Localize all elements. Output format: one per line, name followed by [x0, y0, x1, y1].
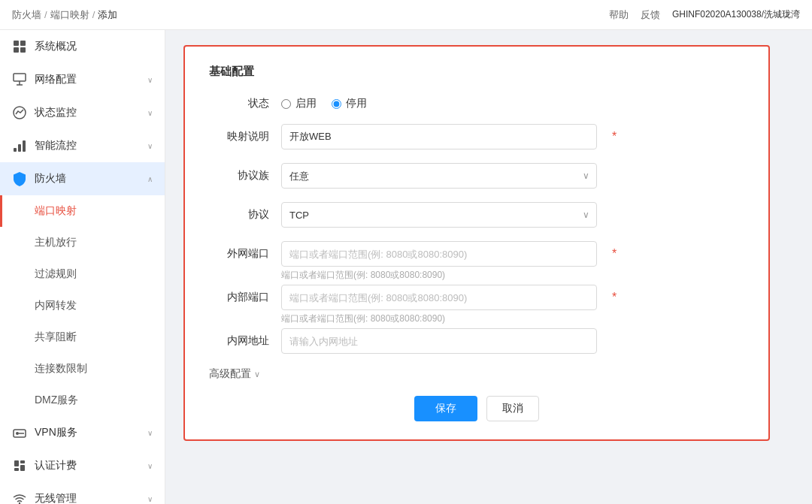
protocol-control: TCP UDP TCP/UDP	[281, 202, 597, 228]
sidebar-item-share-block-label: 共享阻断	[35, 330, 77, 344]
svg-rect-2	[14, 47, 19, 53]
breadcrumb-firewall[interactable]: 防火墙	[12, 8, 41, 22]
button-row: 保存 取消	[209, 396, 744, 421]
external-port-input[interactable]	[281, 241, 597, 267]
sidebar-item-auth[interactable]: 认证计费 ∨	[0, 449, 165, 482]
sidebar: 系统概况 网络配置 ∨ 状态监控 ∨ 智能流控 ∨	[0, 30, 165, 504]
sidebar-item-system[interactable]: 系统概况	[0, 30, 165, 63]
status-disable-option[interactable]: 停用	[332, 97, 367, 110]
chevron-down-icon: ∨	[147, 495, 153, 503]
save-button[interactable]: 保存	[414, 396, 477, 421]
sidebar-item-nat-label: 内网转发	[35, 299, 77, 312]
svg-rect-8	[14, 148, 17, 152]
sidebar-item-vpn[interactable]: VPN服务 ∨	[0, 416, 165, 449]
form-card: 基础配置 状态 启用 停用	[183, 45, 770, 441]
description-input[interactable]	[281, 124, 597, 149]
topbar-actions: 帮助 反馈 GHINF02020A130038/洗城珑湾	[609, 8, 800, 22]
sidebar-item-wifi[interactable]: 无线管理 ∨	[0, 482, 165, 504]
svg-rect-0	[14, 41, 19, 46]
svg-rect-10	[23, 140, 26, 152]
breadcrumb-port-mapping[interactable]: 端口映射	[50, 8, 89, 22]
internal-port-input[interactable]	[281, 285, 597, 310]
chevron-down-icon: ∨	[254, 370, 260, 379]
breadcrumb-sep1: /	[44, 9, 47, 20]
external-port-label: 外网端口	[209, 241, 269, 261]
network-icon	[12, 72, 27, 87]
sidebar-item-filter-rules[interactable]: 过滤规则	[0, 258, 165, 290]
sidebar-item-share-block[interactable]: 共享阻断	[0, 321, 165, 353]
external-port-row: 外网端口 端口或者端口范围(例: 8080或8080:8090) *	[209, 241, 744, 282]
advanced-config-toggle[interactable]: 高级配置 ∨	[209, 367, 744, 381]
external-port-required: *	[612, 241, 617, 261]
internal-ip-control	[281, 328, 597, 354]
sidebar-item-host-allow-label: 主机放行	[35, 236, 77, 249]
sidebar-item-network[interactable]: 网络配置 ∨	[0, 63, 165, 96]
status-control: 启用 停用	[281, 97, 597, 110]
sidebar-item-dmz-label: DMZ服务	[35, 394, 78, 407]
cancel-button[interactable]: 取消	[486, 396, 539, 421]
status-enable-radio[interactable]	[281, 99, 291, 109]
firewall-submenu: 端口映射 主机放行 过滤规则 内网转发 共享阻断 连接数限制 DMZ服务	[0, 195, 165, 416]
description-row: 映射说明 *	[209, 124, 744, 149]
shield-icon	[12, 171, 27, 186]
feedback-link[interactable]: 反馈	[641, 8, 660, 22]
protocol-label: 协议	[209, 208, 269, 222]
status-radio-group: 启用 停用	[281, 97, 597, 110]
sidebar-item-firewall[interactable]: 防火墙 ∧	[0, 162, 165, 195]
sidebar-item-conn-limit[interactable]: 连接数限制	[0, 353, 165, 385]
section-title: 基础配置	[209, 65, 744, 79]
dashboard-icon	[12, 39, 27, 54]
status-row: 状态 启用 停用	[209, 97, 744, 110]
status-enable-option[interactable]: 启用	[281, 97, 317, 110]
description-label: 映射说明	[209, 130, 269, 143]
protocol-family-row: 协议族 任意 IPv4 IPv6	[209, 163, 744, 189]
sidebar-item-port-mapping-label: 端口映射	[35, 204, 77, 218]
internal-port-required: *	[612, 285, 617, 304]
sidebar-item-dmz[interactable]: DMZ服务	[0, 385, 165, 416]
svg-rect-3	[20, 47, 26, 53]
sidebar-item-system-label: 系统概况	[35, 40, 153, 53]
svg-rect-9	[18, 144, 21, 152]
monitor-icon	[12, 105, 27, 120]
chevron-up-icon: ∧	[147, 175, 153, 183]
breadcrumb: 防火墙 / 端口映射 / 添加	[12, 8, 117, 22]
svg-rect-4	[14, 74, 26, 81]
internal-port-row: 内部端口 端口或者端口范围(例: 8080或8080:8090) *	[209, 285, 744, 325]
sidebar-item-port-mapping[interactable]: 端口映射	[0, 195, 165, 227]
wifi-icon	[12, 491, 27, 504]
sidebar-item-status[interactable]: 状态监控 ∨	[0, 96, 165, 129]
main-content: 基础配置 状态 启用 停用	[165, 30, 812, 504]
breadcrumb-add: 添加	[98, 8, 117, 22]
device-badge: GHINF02020A130038/洗城珑湾	[672, 8, 800, 22]
sidebar-item-nat[interactable]: 内网转发	[0, 290, 165, 321]
internal-ip-label: 内网地址	[209, 334, 269, 348]
status-disable-radio[interactable]	[332, 99, 341, 109]
protocol-family-select[interactable]: 任意 IPv4 IPv6	[281, 163, 597, 189]
status-enable-label: 启用	[295, 97, 317, 110]
chevron-down-icon: ∨	[147, 142, 153, 150]
sidebar-item-host-allow[interactable]: 主机放行	[0, 227, 165, 258]
protocol-select-wrapper: TCP UDP TCP/UDP	[281, 202, 597, 228]
protocol-row: 协议 TCP UDP TCP/UDP	[209, 202, 744, 228]
internal-ip-row: 内网地址	[209, 328, 744, 354]
protocol-select[interactable]: TCP UDP TCP/UDP	[281, 202, 597, 228]
help-link[interactable]: 帮助	[609, 8, 629, 22]
sidebar-item-status-label: 状态监控	[35, 106, 140, 119]
svg-point-12	[16, 432, 19, 435]
auth-icon	[12, 458, 27, 473]
internal-ip-input[interactable]	[281, 328, 597, 354]
topbar: 防火墙 / 端口映射 / 添加 帮助 反馈 GHINF02020A130038/…	[0, 0, 812, 30]
status-label: 状态	[209, 97, 269, 110]
external-port-control: 端口或者端口范围(例: 8080或8080:8090)	[281, 241, 597, 282]
protocol-family-select-wrapper: 任意 IPv4 IPv6	[281, 163, 597, 189]
svg-rect-16	[20, 465, 25, 471]
sidebar-item-wifi-label: 无线管理	[35, 492, 140, 504]
layout: 系统概况 网络配置 ∨ 状态监控 ∨ 智能流控 ∨	[0, 30, 812, 504]
sidebar-item-auth-label: 认证计费	[35, 459, 140, 472]
advanced-config-label: 高级配置	[209, 367, 251, 381]
internal-port-hint: 端口或者端口范围(例: 8080或8080:8090)	[281, 312, 597, 325]
external-port-hint: 端口或者端口范围(例: 8080或8080:8090)	[281, 269, 597, 282]
sidebar-item-flow[interactable]: 智能流控 ∨	[0, 129, 165, 162]
protocol-family-label: 协议族	[209, 169, 269, 183]
sidebar-item-network-label: 网络配置	[35, 73, 140, 86]
